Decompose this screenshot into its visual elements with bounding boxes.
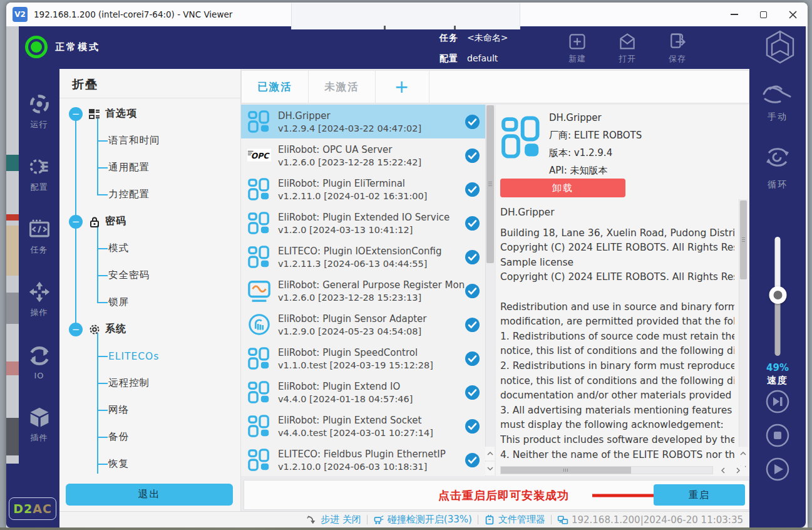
collision-status[interactable]: 碰撞检测开启(33%) — [373, 514, 472, 526]
activated-check-icon[interactable] — [465, 283, 480, 299]
activated-check-icon[interactable] — [465, 452, 480, 468]
tree-child-item[interactable]: ELITECOs — [59, 343, 240, 370]
details-scrollbar-thumb[interactable] — [740, 200, 747, 279]
plugin-tab[interactable]: 已激活 — [242, 71, 309, 103]
settings-tree-panel: 折叠 − 首选项 语言和时间 — [59, 69, 241, 511]
file-manager[interactable]: 文件管理器 — [484, 514, 545, 526]
nav-item[interactable]: 配置 — [19, 143, 59, 205]
plugin-list-item[interactable]: EliRobot: Plugin Extend Socket v4.4.0.te… — [241, 409, 485, 443]
tree-child-item[interactable]: 远程控制 — [59, 370, 240, 397]
plugin-tab[interactable]: + — [376, 71, 429, 103]
slider-knob[interactable] — [769, 286, 786, 304]
header-action-button[interactable]: 保存 — [652, 30, 702, 65]
list-scroll-down-button[interactable] — [485, 462, 495, 475]
close-button[interactable] — [778, 3, 808, 26]
plugin-tab[interactable]: 未激活 — [309, 71, 376, 103]
tree-child-item[interactable]: 模式 — [59, 235, 240, 262]
tree-children: ELITECOs 远程控制 网络 — [59, 343, 240, 474]
activated-check-icon[interactable] — [465, 182, 480, 197]
uninstall-button[interactable]: 卸载 — [500, 179, 625, 197]
plugin-list-item[interactable]: OPC EliRobot: OPC UA Server v1.2.6.0 [20… — [241, 138, 485, 172]
activated-check-icon[interactable] — [465, 385, 480, 400]
plugin-list-item[interactable]: ELITECO: Fieldbus Plugin EthernetIP v1.2… — [241, 443, 485, 476]
plugin-texts: EliRobot: Plugin EliTerminal v1.2.11.0 [… — [278, 178, 465, 201]
cycle-icon[interactable] — [763, 143, 792, 172]
activated-check-icon[interactable] — [465, 249, 480, 265]
tree-child-item[interactable]: 网络 — [59, 397, 240, 423]
collapse-icon[interactable]: − — [69, 323, 83, 336]
header-action-button[interactable]: 打开 — [602, 30, 652, 65]
nav-item[interactable]: 操作 — [19, 268, 59, 331]
plugin-texts: EliRobot: Plugin SpeedControl v1.1.0.tes… — [278, 347, 465, 370]
header-action-button[interactable]: 新建 — [552, 30, 602, 65]
nav-item-label: 插件 — [31, 432, 48, 444]
play-button[interactable] — [765, 457, 790, 482]
header-action-label: 保存 — [669, 53, 686, 65]
tree-child-item[interactable]: 恢复 — [59, 450, 240, 474]
tree-child-item[interactable]: 安全密码 — [59, 262, 240, 289]
plugin-icon — [247, 211, 271, 235]
activated-check-icon[interactable] — [465, 216, 480, 231]
restart-button[interactable]: 重启 — [654, 484, 745, 506]
activated-check-icon[interactable] — [465, 148, 480, 164]
plugin-list-item[interactable]: ELITECO: Plugin IOExtensionConfig v1.2.1… — [241, 240, 485, 274]
plugin-texts: EliRobot: Plugin Extend IO v4.4.0 [2024-… — [278, 381, 465, 404]
tree-group-row[interactable]: − 密码 — [59, 208, 240, 235]
details-hscrollbar-thumb[interactable] — [501, 467, 631, 474]
collapse-icon[interactable]: − — [69, 215, 83, 229]
svg-text:OPC: OPC — [251, 152, 270, 160]
plugin-list-item[interactable]: EliRobot: Plugin Sensor Adapter v1.2.9.0… — [241, 308, 485, 341]
tree-child-item[interactable]: 力控配置 — [59, 181, 240, 208]
minimize-button[interactable] — [719, 3, 749, 26]
tree-group-row[interactable]: − 系统 — [59, 316, 240, 343]
plugin-list-item[interactable]: EliRobot: Plugin Extended IO Service v1.… — [241, 206, 485, 240]
plugin-list-item[interactable]: EliRobot: Plugin SpeedControl v1.1.0.tes… — [241, 341, 485, 375]
nav-item[interactable]: 运行 — [19, 80, 59, 143]
ip-datetime-label: 192.168.1.200|2024-06-20 11:03:35 — [572, 514, 743, 526]
details-scroll-left-button[interactable] — [716, 466, 730, 474]
tree-group-row[interactable]: − 首选项 — [59, 100, 240, 127]
tree-child-item[interactable]: 锁屏 — [59, 289, 240, 316]
tree-children: 语言和时间 通用配置 力控配置 — [59, 127, 240, 208]
plugin-name: ELITECO: Plugin IOExtensionConfig — [278, 246, 465, 257]
list-scroll-up-button[interactable] — [485, 447, 495, 460]
exit-button[interactable]: 退出 — [66, 484, 233, 506]
divider — [478, 515, 478, 524]
plugin-texts: ELITECO: Fieldbus Plugin EthernetIP v1.2… — [278, 449, 465, 472]
maximize-button[interactable] — [749, 3, 778, 26]
plugin-version: v1.2.9.0 [2024-05-23 04:54:08] — [278, 326, 465, 336]
plugin-list-item[interactable]: EliRobot: Plugin Extend IO v4.4.0 [2024-… — [241, 375, 485, 409]
plugin-list-item[interactable]: EliRobot: Plugin EliTerminal v1.2.11.0 [… — [241, 172, 485, 206]
activated-check-icon[interactable] — [465, 418, 480, 434]
collapse-icon[interactable]: − — [69, 107, 83, 121]
plugin-list-item[interactable]: EliRobot: General Purpose Register Monit… — [241, 274, 485, 308]
plugin-list-item[interactable]: DH.Gripper v1.2.9.4 [2024-03-22 04:47:02… — [241, 105, 485, 138]
list-scrollbar-thumb[interactable] — [486, 105, 494, 263]
activated-check-icon[interactable] — [465, 317, 480, 333]
tree-child-item[interactable]: 通用配置 — [59, 154, 240, 181]
activated-check-icon[interactable] — [465, 114, 480, 130]
nav-item[interactable]: 插件 — [19, 393, 59, 456]
window-controls — [719, 3, 808, 26]
manual-hand-icon[interactable] — [761, 83, 794, 108]
nav-item[interactable]: IO — [19, 331, 59, 393]
tree-child-item[interactable]: 语言和时间 — [59, 127, 240, 154]
list-scrollbar — [485, 105, 495, 476]
tree-group: − 首选项 语言和时间 通用配置 — [59, 100, 240, 208]
step-status[interactable]: 步进 关闭 — [306, 514, 361, 526]
nav-item[interactable]: 任务 — [19, 205, 59, 268]
activated-check-icon[interactable] — [465, 351, 480, 366]
plugin-texts: EliRobot: Plugin Extended IO Service v1.… — [278, 212, 465, 235]
step-forward-button[interactable] — [765, 389, 790, 414]
stop-button[interactable] — [765, 423, 790, 448]
plugin-version: v1.2.11.3 [2024-06-13 04:44:55] — [278, 259, 465, 269]
details-scroll-up-button[interactable] — [738, 447, 748, 460]
license-line: 3. All advertising materials mentioning … — [500, 403, 734, 418]
tree-child-item[interactable]: 备份 — [59, 423, 240, 450]
license-line: Redistribution and use in source and bin… — [500, 300, 734, 315]
speed-slider[interactable] — [775, 237, 781, 356]
details-scroll-right-button[interactable] — [731, 466, 745, 474]
desktop-bottom-edge — [0, 527, 812, 530]
config-icon — [28, 155, 51, 178]
nav-item-label: 操作 — [31, 307, 48, 318]
